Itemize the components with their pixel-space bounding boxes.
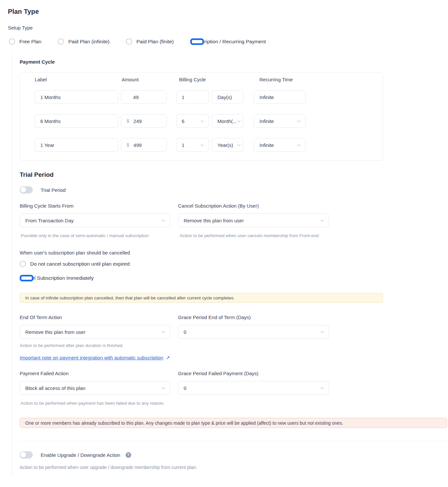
end-of-term-help: Action to be performed after plan durati… xyxy=(20,342,174,349)
cycle-amount-input[interactable]: $499 xyxy=(121,138,167,152)
upgrade-downgrade-toggle[interactable] xyxy=(20,451,33,458)
cycle-label-input[interactable]: 1 Year xyxy=(35,138,118,152)
chevron-down-icon xyxy=(321,386,324,389)
select-value: Month(... xyxy=(217,118,236,124)
payment-failed-label: Payment Failed Action xyxy=(20,371,69,376)
cycle-unit-field[interactable]: Day(s) xyxy=(212,90,243,104)
cycle-count-select[interactable]: 1 xyxy=(176,138,209,152)
cycle-amount-input[interactable]: $249 xyxy=(121,114,167,128)
input-value: 249 xyxy=(133,118,142,124)
upgrade-toggle-row: Enable Upgrade / Downgrade Action ? xyxy=(20,451,131,458)
end-of-term-label: End Of Term Action xyxy=(20,315,62,320)
input-value: 1 Months xyxy=(40,94,61,100)
end-of-term-select[interactable]: Remove this plan from user xyxy=(20,325,170,339)
chevron-down-icon xyxy=(297,143,301,146)
input-value: 1 Year xyxy=(40,142,54,148)
select-value: Remove this plan from user xyxy=(25,329,85,335)
currency-symbol: $ xyxy=(127,142,129,148)
payment-note-link[interactable]: Important note on payment integration wi… xyxy=(20,355,163,360)
setup-type-radio-group: Free Plan Paid Plan (infinite) Paid Plan… xyxy=(9,38,266,45)
radio-label: Paid Plan (infinite) xyxy=(68,39,110,45)
radio-unselected-icon xyxy=(58,38,64,45)
cycle-label-input[interactable]: 1 Months xyxy=(35,90,118,104)
currency-symbol: $ xyxy=(127,118,129,124)
billing-start-label: Billing Cycle Starts From xyxy=(20,203,73,209)
notice-text: In case of infinite subscription plan ca… xyxy=(25,295,235,300)
grace-end-select[interactable]: 0 xyxy=(178,325,329,339)
select-value: Block all access of this plan xyxy=(25,385,85,391)
cancel-when-label: When user's subscription plan should be … xyxy=(20,250,130,255)
plan-type-settings-page: Plan Type Setup Type Free Plan Paid Plan… xyxy=(0,0,448,487)
input-value: Day(s) xyxy=(217,94,232,100)
payment-cycle-panel: Label Amount Billing Cycle Recurring Tim… xyxy=(20,72,383,161)
cycle-amount-input[interactable]: 49 xyxy=(121,90,167,104)
grace-failed-label: Grace Period Failed Payment (Days) xyxy=(178,371,258,376)
trial-period-toggle-row: Trial Period xyxy=(20,186,66,193)
select-value: Year(s) xyxy=(217,142,233,148)
help-question-icon[interactable]: ? xyxy=(126,452,131,458)
chevron-down-icon xyxy=(321,330,324,333)
radio-label: Do not cancel subscription until plan ex… xyxy=(30,261,130,267)
chevron-down-icon xyxy=(297,119,301,122)
payment-cycle-title: Payment Cycle xyxy=(20,59,55,65)
recurring-time-select[interactable]: Infinite xyxy=(254,138,306,152)
radio-paid-plan-infinite[interactable]: Paid Plan (infinite) xyxy=(58,38,110,45)
trial-period-title: Trial Period xyxy=(20,171,53,178)
radio-free-plan[interactable]: Free Plan xyxy=(9,38,41,45)
select-value: 1 xyxy=(182,142,184,148)
cancel-action-help: Action to be performed when user cancels… xyxy=(180,233,328,239)
select-value: Remove this plan from user xyxy=(184,218,244,223)
page-title: Plan Type xyxy=(8,8,39,15)
setup-type-label: Setup Type xyxy=(8,25,33,30)
radio-subscription-recurring[interactable]: Subscription / Recurring Payment xyxy=(190,39,266,45)
radio-selected-icon xyxy=(190,38,204,45)
radio-label: Free Plan xyxy=(19,39,41,45)
infinite-cancel-notice: In case of infinite subscription plan ca… xyxy=(20,293,383,303)
radio-paid-plan-finite[interactable]: Paid Plan (finite) xyxy=(126,38,174,45)
column-header-label: Label xyxy=(35,77,47,82)
section-divider xyxy=(20,441,447,441)
chevron-down-icon xyxy=(201,143,204,146)
upgrade-help: Action to be performed when user upgrade… xyxy=(20,464,249,471)
external-link-icon: ↗ xyxy=(166,355,170,361)
input-value: 6 Months xyxy=(40,118,61,124)
radio-do-not-cancel[interactable]: Do not cancel subscription until plan ex… xyxy=(20,261,130,267)
cycle-label-input[interactable]: 6 Months xyxy=(35,114,118,128)
payment-note-link-row: Important note on payment integration wi… xyxy=(20,355,170,361)
section-left-rail xyxy=(12,54,12,477)
radio-unselected-icon xyxy=(9,38,15,45)
cycle-count-select[interactable]: 6 xyxy=(176,114,209,128)
cancel-action-select[interactable]: Remove this plan from user xyxy=(178,213,329,227)
upgrade-toggle-label: Enable Upgrade / Downgrade Action xyxy=(41,452,120,458)
payment-failed-select[interactable]: Block all access of this plan xyxy=(20,381,170,395)
billing-start-help: Possible only in the case of semi-automa… xyxy=(21,233,175,239)
trial-period-toggle[interactable] xyxy=(20,186,33,193)
chevron-down-icon xyxy=(162,386,165,389)
radio-unselected-icon xyxy=(20,261,26,267)
cycle-unit-select[interactable]: Month(... xyxy=(212,114,243,128)
recurring-time-field[interactable]: Infinite xyxy=(254,90,306,104)
radio-unselected-icon xyxy=(126,38,132,45)
chevron-down-icon xyxy=(237,119,241,122)
cycle-count-input[interactable]: 1 xyxy=(176,90,209,104)
grace-failed-select[interactable]: 0 xyxy=(178,381,329,395)
column-header-recurring-time: Recurring Time xyxy=(259,77,293,82)
cycle-unit-select[interactable]: Year(s) xyxy=(212,138,243,152)
billing-start-select[interactable]: From Transaction Day xyxy=(20,213,170,227)
members-subscribed-notice: One or more members has already subscrib… xyxy=(20,418,447,428)
toggle-knob-icon xyxy=(20,452,26,458)
column-header-billing-cycle: Billing Cycle xyxy=(179,77,206,82)
select-value: 0 xyxy=(184,385,186,391)
input-value: 499 xyxy=(133,142,142,148)
trial-period-toggle-label: Trial Period xyxy=(41,187,66,193)
chevron-down-icon xyxy=(321,218,324,222)
recurring-time-select[interactable]: Infinite xyxy=(254,114,306,128)
radio-cancel-immediately[interactable]: Cancel Subscription Immediately xyxy=(20,275,94,281)
select-value: 0 xyxy=(184,329,186,335)
select-value: Infinite xyxy=(259,142,274,148)
select-value: 6 xyxy=(182,118,184,124)
chevron-down-icon xyxy=(162,330,165,333)
column-header-amount: Amount xyxy=(122,77,139,82)
grace-end-label: Grace Period End of Term (Days) xyxy=(178,315,251,320)
toggle-knob-icon xyxy=(20,187,26,193)
